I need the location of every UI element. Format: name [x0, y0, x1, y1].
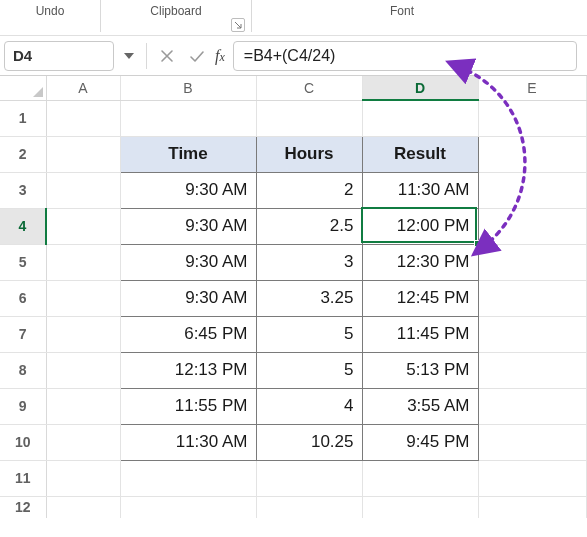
cell-d9[interactable]: 3:55 AM [362, 388, 478, 424]
cell-d1[interactable] [362, 100, 478, 136]
cell-d4[interactable]: 12:00 PM [362, 208, 478, 244]
cell-d11[interactable] [362, 460, 478, 496]
cell-a8[interactable] [46, 352, 120, 388]
cell-e11[interactable] [478, 460, 586, 496]
cell-c10[interactable]: 10.25 [256, 424, 362, 460]
ribbon-group-clipboard: Clipboard [101, 0, 251, 36]
cell-a4[interactable] [46, 208, 120, 244]
row-header-11[interactable]: 11 [0, 460, 46, 496]
cell-d6[interactable]: 12:45 PM [362, 280, 478, 316]
spreadsheet-grid[interactable]: A B C D E 1 2 Time Hours Result 3 9:30 A… [0, 76, 587, 518]
name-box-value: D4 [13, 47, 32, 64]
ribbon-group-undo: Undo [0, 0, 100, 36]
cell-b12[interactable] [120, 496, 256, 518]
cell-b3[interactable]: 9:30 AM [120, 172, 256, 208]
cell-c11[interactable] [256, 460, 362, 496]
cell-c6[interactable]: 3.25 [256, 280, 362, 316]
cell-a7[interactable] [46, 316, 120, 352]
row-header-12[interactable]: 12 [0, 496, 46, 518]
cell-b5[interactable]: 9:30 AM [120, 244, 256, 280]
cell-b9[interactable]: 11:55 PM [120, 388, 256, 424]
cell-b7[interactable]: 6:45 PM [120, 316, 256, 352]
separator [146, 43, 147, 69]
row-header-8[interactable]: 8 [0, 352, 46, 388]
col-header-b[interactable]: B [120, 76, 256, 100]
cell-c8[interactable]: 5 [256, 352, 362, 388]
cell-a11[interactable] [46, 460, 120, 496]
cell-b10[interactable]: 11:30 AM [120, 424, 256, 460]
cell-e5[interactable] [478, 244, 586, 280]
select-all-corner[interactable] [0, 76, 46, 100]
cell-c12[interactable] [256, 496, 362, 518]
row-header-10[interactable]: 10 [0, 424, 46, 460]
row-header-5[interactable]: 5 [0, 244, 46, 280]
row-header-2[interactable]: 2 [0, 136, 46, 172]
ribbon-label-font: Font [390, 0, 414, 18]
cell-b6[interactable]: 9:30 AM [120, 280, 256, 316]
row-header-7[interactable]: 7 [0, 316, 46, 352]
cell-e3[interactable] [478, 172, 586, 208]
cell-e9[interactable] [478, 388, 586, 424]
cell-c3[interactable]: 2 [256, 172, 362, 208]
col-header-c[interactable]: C [256, 76, 362, 100]
cell-a5[interactable] [46, 244, 120, 280]
formula-input[interactable]: =B4+(C4/24) [233, 41, 577, 71]
formula-text: =B4+(C4/24) [244, 47, 336, 65]
ribbon-group-font: Font [252, 0, 552, 36]
name-box-dropdown[interactable] [120, 41, 138, 71]
dialog-launcher-icon[interactable] [231, 18, 245, 32]
cell-c9[interactable]: 4 [256, 388, 362, 424]
cell-a3[interactable] [46, 172, 120, 208]
cell-d5[interactable]: 12:30 PM [362, 244, 478, 280]
cell-b2[interactable]: Time [120, 136, 256, 172]
row-header-4[interactable]: 4 [0, 208, 46, 244]
cancel-icon[interactable] [155, 41, 179, 71]
cell-e2[interactable] [478, 136, 586, 172]
cell-d2[interactable]: Result [362, 136, 478, 172]
cell-b8[interactable]: 12:13 PM [120, 352, 256, 388]
row-header-1[interactable]: 1 [0, 100, 46, 136]
ribbon-label-undo: Undo [36, 0, 65, 18]
cell-e7[interactable] [478, 316, 586, 352]
ribbon-strip: Undo Clipboard Font [0, 0, 587, 36]
row-header-3[interactable]: 3 [0, 172, 46, 208]
cell-a12[interactable] [46, 496, 120, 518]
cell-c1[interactable] [256, 100, 362, 136]
cell-b4[interactable]: 9:30 AM [120, 208, 256, 244]
cell-e10[interactable] [478, 424, 586, 460]
sheet-table: A B C D E 1 2 Time Hours Result 3 9:30 A… [0, 76, 587, 518]
cell-c5[interactable]: 3 [256, 244, 362, 280]
cell-c4[interactable]: 2.5 [256, 208, 362, 244]
cell-b1[interactable] [120, 100, 256, 136]
col-header-a[interactable]: A [46, 76, 120, 100]
row-header-9[interactable]: 9 [0, 388, 46, 424]
fx-icon[interactable]: fx [215, 47, 225, 65]
cell-d7[interactable]: 11:45 PM [362, 316, 478, 352]
cell-b11[interactable] [120, 460, 256, 496]
cell-e1[interactable] [478, 100, 586, 136]
cell-a9[interactable] [46, 388, 120, 424]
cell-a1[interactable] [46, 100, 120, 136]
col-header-d[interactable]: D [362, 76, 478, 100]
cell-d3[interactable]: 11:30 AM [362, 172, 478, 208]
name-box[interactable]: D4 [4, 41, 114, 71]
cell-e8[interactable] [478, 352, 586, 388]
formula-bar-row: D4 fx =B4+(C4/24) [0, 36, 587, 76]
cell-d8[interactable]: 5:13 PM [362, 352, 478, 388]
ribbon-label-clipboard: Clipboard [150, 0, 201, 18]
cell-c7[interactable]: 5 [256, 316, 362, 352]
cell-c2[interactable]: Hours [256, 136, 362, 172]
cell-e12[interactable] [478, 496, 586, 518]
row-header-6[interactable]: 6 [0, 280, 46, 316]
cell-d12[interactable] [362, 496, 478, 518]
cell-d10[interactable]: 9:45 PM [362, 424, 478, 460]
enter-icon[interactable] [185, 41, 209, 71]
cell-e4[interactable] [478, 208, 586, 244]
fill-handle[interactable] [474, 240, 481, 247]
name-box-wrap: D4 [4, 41, 138, 71]
cell-a2[interactable] [46, 136, 120, 172]
cell-e6[interactable] [478, 280, 586, 316]
cell-a10[interactable] [46, 424, 120, 460]
cell-a6[interactable] [46, 280, 120, 316]
col-header-e[interactable]: E [478, 76, 586, 100]
